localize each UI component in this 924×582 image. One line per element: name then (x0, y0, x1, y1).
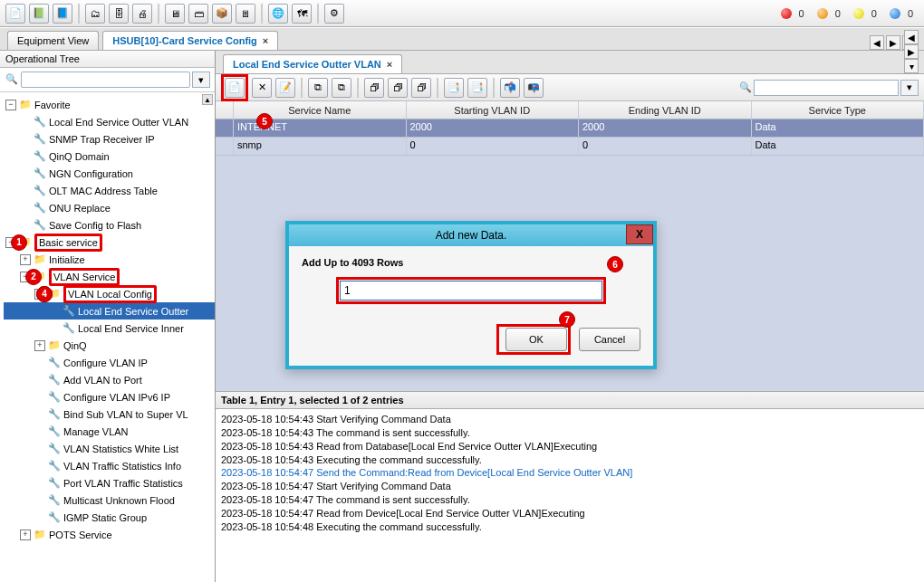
toolbar-btn-11[interactable]: 🌐 (268, 4, 288, 24)
rbtn-5[interactable]: ⧉ (332, 78, 351, 98)
callout-4: 4 (36, 286, 53, 302)
tree-label: Basic service (39, 237, 98, 248)
content-tab-next[interactable]: ▶ (904, 44, 919, 59)
tree-node-bind-sub-vlan[interactable]: 🔧Bind Sub VLAN to Super VL (4, 405, 215, 423)
wrench-icon: 🔧 (34, 167, 46, 180)
rbtn-11[interactable]: 📬 (500, 78, 520, 98)
tree-label: POTS Service (49, 530, 112, 540)
tree-node-favorite[interactable]: − 📁 Favorite (4, 96, 215, 113)
ok-button[interactable]: OK (505, 328, 567, 351)
tree-node-vlan-whitelist[interactable]: 🔧VLAN Statistics White List (4, 440, 215, 457)
toolbar-btn-4[interactable]: 🗂 (85, 4, 105, 24)
rbtn-7[interactable]: 🗇 (388, 78, 408, 98)
expand-icon[interactable]: + (20, 530, 31, 540)
wrench-icon: 🔧 (48, 443, 61, 455)
tree-node-basic-service[interactable]: − 📁 Basic service 1 (4, 234, 215, 251)
rbtn-2[interactable]: ✕ (252, 78, 272, 98)
toolbar-btn-13[interactable]: ⚙ (324, 4, 344, 24)
status-count-red: 0 (799, 8, 804, 19)
content-tab-prev[interactable]: ◀ (904, 30, 919, 44)
toolbar-btn-3[interactable]: 📘 (53, 4, 72, 24)
rbtn-9[interactable]: 📑 (444, 78, 464, 98)
wrench-icon: 🔧 (48, 460, 61, 472)
log-line: 2023-05-18 10:54:47 Read from Device[Loc… (221, 507, 919, 520)
toolbar-btn-12[interactable]: 🗺 (292, 4, 312, 24)
tree-node-olt-mac[interactable]: 🔧OLT MAC Address Table (4, 182, 215, 199)
cell-name: snmp (234, 138, 407, 155)
table-row[interactable]: INTERNET 2000 2000 Data (216, 119, 924, 138)
tree-node-snmp-trap[interactable]: 🔧SNMP Trap Receiver IP (4, 130, 215, 148)
table-row[interactable]: snmp 0 0 Data (216, 138, 924, 156)
rbtn-8[interactable]: 🗇 (411, 78, 431, 98)
status-dot-red (781, 8, 792, 19)
tree-node-onu-replace[interactable]: 🔧ONU Replace (4, 199, 215, 216)
tab-close-icon[interactable]: × (387, 59, 392, 70)
rbtn-10[interactable]: 📑 (467, 78, 487, 98)
tree-node-qinq-domain[interactable]: 🔧QinQ Domain (4, 148, 215, 165)
cancel-button[interactable]: Cancel (579, 328, 640, 351)
tree-node-manage-vlan[interactable]: 🔧Manage VLAN (4, 423, 215, 440)
folder-icon: 📁 (34, 529, 46, 541)
wrench-icon: 🔧 (48, 494, 61, 507)
tab-close-icon[interactable]: × (263, 35, 268, 46)
tree-search-input[interactable] (21, 72, 190, 88)
tree-node-pots-service[interactable]: +📁POTS Service (4, 526, 215, 543)
toolbar-btn-6[interactable]: 🖨 (132, 4, 152, 24)
tree-node-local-inner[interactable]: 🔧Local End Service Inner (4, 320, 215, 337)
tab-equipment-view[interactable]: Equipment View (7, 31, 99, 50)
rbtn-3[interactable]: 📝 (275, 78, 295, 98)
log-line: 2023-05-18 10:54:47 Start Verifying Comm… (221, 480, 919, 493)
tree-node-vlan-local-config[interactable]: − 📁 VLAN Local Config 3 4 (4, 285, 215, 302)
grid-header-end[interactable]: Ending VLAN ID (579, 101, 752, 119)
tree-node-igmp-static[interactable]: 🔧IGMP Static Group (4, 509, 215, 526)
tree-scroll-up[interactable]: ▲ (202, 94, 213, 105)
toolbar-btn-9[interactable]: 📦 (212, 4, 232, 24)
grid-search-dropdown[interactable]: ▾ (900, 80, 919, 96)
content-tab-list[interactable]: ▾ (904, 59, 919, 73)
tab-label: HSUB[10]-Card Service Config (112, 35, 257, 46)
tree-node-vlan-service[interactable]: − 📁 VLAN Service 2 (4, 268, 215, 285)
grid-header-start[interactable]: Starting VLAN ID (407, 101, 580, 119)
tree-node-port-vlan-traffic[interactable]: 🔧Port VLAN Traffic Statistics (4, 474, 215, 491)
row-indicator (216, 138, 234, 155)
rbtn-12[interactable]: 📭 (524, 78, 544, 98)
toolbar-btn-10[interactable]: 🗏 (236, 4, 255, 24)
grid-search-input[interactable] (754, 80, 899, 96)
content-tab[interactable]: Local End Service Outter VLAN × (223, 54, 402, 73)
row-indicator (216, 119, 234, 137)
expand-icon[interactable]: + (34, 340, 45, 351)
tree-node-qinq[interactable]: +📁QinQ (4, 337, 215, 354)
tree-node-local-outter[interactable]: 🔧Local End Service Outter (4, 302, 215, 320)
rbtn-4[interactable]: ⧉ (308, 78, 328, 98)
toolbar-btn-5[interactable]: 🗄 (109, 4, 129, 24)
tree-search-dropdown[interactable]: ▾ (192, 72, 210, 88)
grid-header-type[interactable]: Service Type (752, 101, 925, 119)
tree-node-add-vlan-port[interactable]: 🔧Add VLAN to Port (4, 371, 215, 388)
tree-node-initialize[interactable]: +📁Initialize (4, 251, 215, 268)
tab-card-service-config[interactable]: HSUB[10]-Card Service Config × (102, 31, 278, 50)
tree-node-vlan-traffic-stats[interactable]: 🔧VLAN Traffic Statistics Info (4, 457, 215, 474)
toolbar-btn-1[interactable]: 📄 (5, 4, 25, 24)
rbtn-6[interactable]: 🗇 (364, 78, 384, 98)
tree-node-conf-vlan-ip[interactable]: 🔧Configure VLAN IP (4, 354, 215, 371)
tree-node-ngn[interactable]: 🔧NGN Configuration (4, 165, 215, 182)
tab-nav-prev[interactable]: ◀ (870, 35, 884, 50)
modal-close-button[interactable]: X (626, 224, 653, 244)
toolbar-btn-7[interactable]: 🖥 (165, 4, 185, 24)
toolbar-btn-2[interactable]: 📗 (29, 4, 49, 24)
toolbar-btn-8[interactable]: 🗃 (188, 4, 208, 24)
rows-input[interactable] (340, 281, 602, 301)
tree-label: Bind Sub VLAN to Super VL (63, 409, 188, 420)
tree-node-save-flash[interactable]: 🔧Save Config to Flash (4, 216, 215, 234)
operational-tree-panel: Operational Tree 🔍 ▾ ▲ − 📁 Favorite 🔧Loc… (0, 51, 216, 582)
tree-node-local-outter-vlan[interactable]: 🔧Local End Service Outter VLAN (4, 113, 215, 130)
cell-type: Data (752, 138, 925, 155)
expand-icon[interactable]: + (20, 254, 31, 265)
tree-label: Configure VLAN IP (63, 358, 148, 368)
tab-nav-next[interactable]: ▶ (886, 35, 900, 50)
tree-node-multicast-flood[interactable]: 🔧Multicast Unknown Flood (4, 491, 215, 509)
add-button[interactable]: 📄 (225, 78, 245, 98)
tab-label: Equipment View (17, 35, 89, 46)
tree-node-conf-vlan-ipv6[interactable]: 🔧Configure VLAN IPv6 IP (4, 388, 215, 405)
collapse-icon[interactable]: − (5, 100, 16, 110)
